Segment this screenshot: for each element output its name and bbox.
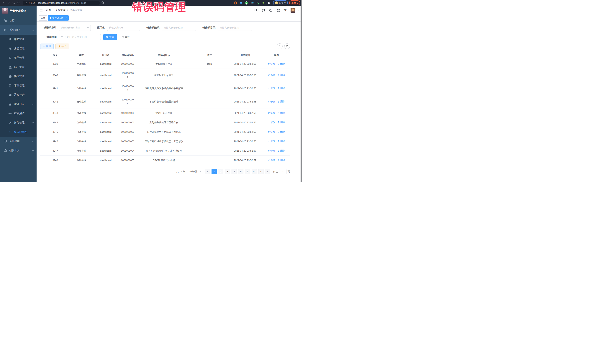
edit-link[interactable]: 修改	[267, 158, 275, 162]
page-button-6[interactable]: 6	[245, 169, 250, 174]
export-button[interactable]: 导出	[56, 44, 69, 49]
delete-icon	[277, 112, 280, 114]
sidebar-item-岗位管理[interactable]: 岗位管理	[0, 72, 36, 81]
font-size-icon[interactable]: TT	[284, 9, 287, 12]
sidebar-item-菜单管理[interactable]: 菜单管理	[0, 53, 36, 62]
extension-key-icon[interactable]	[261, 1, 265, 5]
header-search-icon[interactable]	[254, 9, 257, 12]
extension-list-on-icon[interactable]: on	[256, 1, 260, 5]
tag-错误码管理[interactable]: 错误码管理×	[48, 15, 69, 21]
refresh-table-button[interactable]	[284, 43, 290, 49]
add-button[interactable]: 新增	[40, 44, 54, 49]
extensions-puzzle-icon[interactable]	[267, 1, 271, 5]
extension-grid-icon[interactable]	[250, 1, 254, 5]
edit-link[interactable]: 修改	[267, 99, 275, 104]
delete-link[interactable]: 删除	[277, 111, 285, 115]
breadcrumb-item[interactable]: 首页	[46, 9, 51, 12]
edit-link[interactable]: 修改	[267, 120, 275, 124]
page-button-5[interactable]: 5	[238, 169, 244, 174]
delete-link[interactable]: 删除	[277, 149, 285, 153]
bookmark-star-icon[interactable]	[101, 1, 104, 5]
sidebar-item-系统管理[interactable]: 系统管理	[0, 25, 36, 35]
sidebar-item-在线用户[interactable]: 在线用户	[0, 109, 36, 118]
delete-link[interactable]: 删除	[277, 120, 285, 124]
sidebar-item-角色管理[interactable]: 角色管理	[0, 44, 36, 53]
delete-link[interactable]: 删除	[277, 62, 285, 66]
page-button-3[interactable]: 3	[225, 169, 230, 174]
page-button-1[interactable]: 1	[211, 169, 217, 174]
tag-close-icon[interactable]: ×	[66, 17, 67, 19]
sidebar-item-短信管理[interactable]: 短信管理	[0, 118, 36, 127]
edit-link[interactable]: 修改	[267, 139, 275, 143]
delete-link[interactable]: 删除	[277, 73, 285, 77]
github-icon[interactable]	[262, 9, 265, 12]
extension-green-v-icon[interactable]	[245, 1, 248, 5]
table-row: 3941自动生成dashboard100100000 3不能删除类型为系统内置的…	[40, 82, 290, 95]
chevron-down-icon	[200, 171, 201, 172]
sidebar-item-研发工具[interactable]: 研发工具	[0, 146, 36, 155]
date-range-picker[interactable]: 开始日期 - 结束日期	[59, 34, 101, 40]
sidebar-item-字典管理[interactable]: 字典管理	[0, 81, 36, 90]
edit-link[interactable]: 修改	[267, 73, 275, 77]
profile-paused-pill[interactable]: 已暂停	[273, 0, 288, 5]
user-avatar[interactable]	[290, 8, 295, 13]
address-bar[interactable]: 不安全 dashboard.yudao.iocoder.cn/system/er…	[23, 1, 100, 5]
cell-hint: 定时任务已经处于该状态，无需修改	[136, 137, 191, 146]
tag-首页[interactable]: 首页	[39, 15, 47, 21]
cell-remark	[191, 137, 227, 146]
edit-link[interactable]: 修改	[267, 149, 275, 153]
home-icon[interactable]	[16, 0, 21, 5]
reload-icon[interactable]	[11, 0, 16, 5]
window-scrollbar[interactable]	[301, 0, 302, 182]
sidebar-item-部门管理[interactable]: 部门管理	[0, 62, 36, 72]
sidebar-item-错误码管理[interactable]: 错误码管理	[0, 127, 36, 137]
avatar-caret-icon[interactable]	[297, 10, 299, 11]
error-hint-input[interactable]: 请输入错误码提示	[218, 25, 252, 31]
delete-link[interactable]: 删除	[277, 158, 285, 162]
edit-link[interactable]: 修改	[267, 130, 275, 134]
app-logo[interactable]: 芋道管理系统	[0, 6, 36, 16]
browser-update-button[interactable]: 更新 •••	[289, 0, 300, 5]
sidebar-item-label: 系统管理	[9, 28, 32, 32]
sidebar-item-用户管理[interactable]: 用户管理	[0, 35, 36, 44]
page-button-4[interactable]: 4	[232, 169, 237, 174]
edit-link[interactable]: 修改	[267, 62, 275, 66]
goto-page-input[interactable]: 1	[279, 169, 287, 174]
breadcrumb-item[interactable]: 系统管理	[55, 9, 66, 12]
extension-orange-icon[interactable]	[234, 1, 237, 5]
delete-link[interactable]: 删除	[277, 130, 285, 134]
next-page-button[interactable]: ›	[265, 169, 270, 174]
page-button-2[interactable]: 2	[218, 169, 223, 174]
more-pages-button[interactable]: •••	[252, 169, 257, 174]
page-button-8[interactable]: 8	[258, 169, 264, 174]
app-name-input[interactable]: 请输入应用名	[107, 25, 140, 31]
sidebar-item-首页[interactable]: 首页	[0, 16, 36, 25]
edit-link[interactable]: 修改	[267, 111, 275, 115]
help-icon[interactable]	[269, 9, 273, 12]
edit-link[interactable]: 修改	[267, 86, 275, 90]
fullscreen-icon[interactable]	[277, 9, 280, 12]
toggle-search-button[interactable]	[277, 43, 283, 49]
cell-type: 自动生成	[70, 146, 93, 156]
search-button[interactable]: 搜索	[103, 34, 117, 40]
prev-page-button[interactable]: ‹	[205, 169, 210, 174]
edit-icon	[267, 100, 270, 103]
error-type-select[interactable]: 请选择错误码类型	[59, 25, 91, 31]
sidebar-item-审计日志[interactable]: 审计日志	[0, 99, 36, 109]
extension-blue-pin-icon[interactable]	[239, 1, 243, 5]
delete-link[interactable]: 删除	[277, 139, 285, 143]
page-size-select[interactable]: 10条/页	[187, 169, 203, 174]
cell-hint: 不能删除类型为系统内置的参数配置	[136, 82, 191, 95]
reset-button[interactable]: 重置	[119, 34, 132, 40]
hamburger-icon[interactable]	[39, 8, 43, 12]
sidebar-item-基础设施[interactable]: 基础设施	[0, 137, 36, 146]
security-warning[interactable]: 不安全	[25, 1, 35, 4]
back-icon[interactable]	[1, 0, 6, 5]
browser-menu-icon[interactable]: •••	[297, 2, 298, 4]
sidebar-item-通知公告[interactable]: 通知公告	[0, 90, 36, 99]
error-code-input[interactable]: 请输入错误码编码	[162, 25, 196, 31]
delete-link[interactable]: 删除	[277, 99, 285, 104]
delete-link[interactable]: 删除	[277, 86, 285, 90]
forward-icon[interactable]	[6, 0, 11, 5]
cell-id: 3948	[40, 156, 70, 165]
